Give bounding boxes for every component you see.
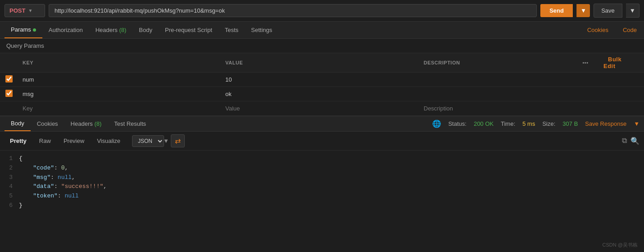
save-response-dropdown[interactable]: ▼ xyxy=(634,120,639,127)
send-button[interactable]: Send xyxy=(540,4,573,17)
col-header-key: KEY xyxy=(18,53,221,73)
response-tabs-bar: Body Cookies Headers (8) Test Results 🌐 … xyxy=(0,116,644,132)
empty-key-cell xyxy=(18,101,221,116)
method-label: POST xyxy=(9,7,25,14)
tab-body[interactable]: Body xyxy=(132,22,159,38)
empty-desc-input[interactable] xyxy=(422,103,569,114)
watermark: CSDN @吴书栋 xyxy=(603,242,638,248)
response-body-toolbar: Pretty Raw Preview Visualize JSON Text H… xyxy=(0,132,644,151)
col-header-check xyxy=(0,53,18,73)
resp-tab-raw[interactable]: Raw xyxy=(34,135,56,147)
url-bar: POST ▼ Send ▼ Save ▼ xyxy=(0,0,644,22)
table-row xyxy=(0,87,644,101)
tab-params[interactable]: Params xyxy=(5,22,42,38)
resp-tab-visualize[interactable]: Visualize xyxy=(91,135,126,147)
params-table: KEY VALUE DESCRIPTION ••• Bulk Edit xyxy=(0,53,644,116)
row1-checkbox[interactable] xyxy=(5,75,13,82)
code-line-2: 2 "code": 0, xyxy=(0,164,644,173)
search-icon[interactable]: 🔍 xyxy=(630,137,639,145)
time-value: 5 ms xyxy=(522,120,535,127)
status-label: Status: xyxy=(448,120,466,127)
row1-desc-input[interactable] xyxy=(422,74,569,85)
save-response-button[interactable]: Save Response xyxy=(585,120,626,127)
row1-key-input[interactable] xyxy=(21,74,218,85)
resp-tab-pretty[interactable]: Pretty xyxy=(5,135,32,147)
request-tabs-bar: Params Authorization Headers (8) Body Pr… xyxy=(0,22,644,39)
response-tab-test-results[interactable]: Test Results xyxy=(108,117,152,131)
row1-desc-cell xyxy=(419,73,572,87)
code-line-6: 6 } xyxy=(0,201,644,211)
row1-key-cell xyxy=(18,73,221,87)
col-header-description: DESCRIPTION xyxy=(419,53,572,73)
row2-key-cell xyxy=(18,87,221,101)
size-label: Size: xyxy=(542,120,555,127)
bulk-edit-header: Bulk Edit xyxy=(599,53,644,73)
method-select[interactable]: POST ▼ xyxy=(5,4,45,17)
response-tab-headers[interactable]: Headers (8) xyxy=(64,117,108,131)
globe-icon[interactable]: 🌐 xyxy=(432,119,441,128)
response-tab-cookies[interactable]: Cookies xyxy=(31,117,64,131)
tab-right-links: Cookies Code xyxy=(585,22,639,38)
row2-value-input[interactable] xyxy=(224,89,416,99)
tab-tests[interactable]: Tests xyxy=(219,22,245,38)
format-select[interactable]: JSON Text HTML xyxy=(132,135,164,147)
method-chevron-icon: ▼ xyxy=(28,8,32,13)
response-code-area: 1 { 2 "code": 0, 3 "msg": null, 4 "data"… xyxy=(0,151,644,214)
cookies-link[interactable]: Cookies xyxy=(585,22,611,38)
status-value: 200 OK xyxy=(474,120,493,127)
size-value: 307 B xyxy=(562,120,578,127)
row1-check-cell xyxy=(0,73,18,87)
empty-value-cell xyxy=(221,101,419,116)
row2-desc-cell xyxy=(419,87,572,101)
empty-value-input[interactable] xyxy=(224,103,416,114)
empty-check-cell xyxy=(0,101,18,116)
format-dropdown-icon: ▼ xyxy=(163,137,169,144)
send-dropdown-button[interactable]: ▼ xyxy=(576,4,590,17)
col-header-value: VALUE xyxy=(221,53,419,73)
copy-icon[interactable]: ⧉ xyxy=(622,137,627,145)
response-tab-body[interactable]: Body xyxy=(5,116,31,131)
table-row-empty xyxy=(0,101,644,116)
code-line-5: 5 "token": null xyxy=(0,192,644,201)
tab-authorization[interactable]: Authorization xyxy=(42,22,89,38)
toolbar-right: ⧉ 🔍 xyxy=(622,137,639,145)
row2-checkbox[interactable] xyxy=(5,90,13,97)
col-header-more: ••• xyxy=(572,53,599,73)
resp-tab-preview[interactable]: Preview xyxy=(58,135,90,147)
params-dot xyxy=(33,28,36,32)
query-params-section: Query Params xyxy=(0,39,644,53)
row2-check-cell xyxy=(0,87,18,101)
tab-headers[interactable]: Headers (8) xyxy=(89,22,133,38)
tab-settings[interactable]: Settings xyxy=(245,22,279,38)
save-dropdown-button[interactable]: ▼ xyxy=(626,4,639,18)
tab-pre-request[interactable]: Pre-request Script xyxy=(159,22,219,38)
code-line-3: 3 "msg": null, xyxy=(0,173,644,183)
response-headers-badge: (8) xyxy=(94,120,101,127)
code-link[interactable]: Code xyxy=(620,22,639,38)
empty-desc-cell xyxy=(419,101,572,116)
wrap-button[interactable]: ⇄ xyxy=(171,134,185,147)
row2-key-input[interactable] xyxy=(21,89,218,99)
row2-desc-input[interactable] xyxy=(422,89,569,99)
row1-value-cell xyxy=(221,73,419,87)
time-label: Time: xyxy=(501,120,515,127)
code-line-4: 4 "data": "success!!!", xyxy=(0,182,644,192)
headers-badge: (8) xyxy=(119,27,126,33)
row2-value-cell xyxy=(221,87,419,101)
response-status-bar: 🌐 Status: 200 OK Time: 5 ms Size: 307 B … xyxy=(432,119,639,128)
url-input[interactable] xyxy=(49,4,537,17)
bulk-edit-button[interactable]: Bulk Edit xyxy=(603,53,621,72)
row1-value-input[interactable] xyxy=(224,74,416,85)
save-button[interactable]: Save xyxy=(594,4,622,18)
table-row xyxy=(0,73,644,87)
empty-key-input[interactable] xyxy=(21,103,218,114)
code-line-1: 1 { xyxy=(0,154,644,164)
